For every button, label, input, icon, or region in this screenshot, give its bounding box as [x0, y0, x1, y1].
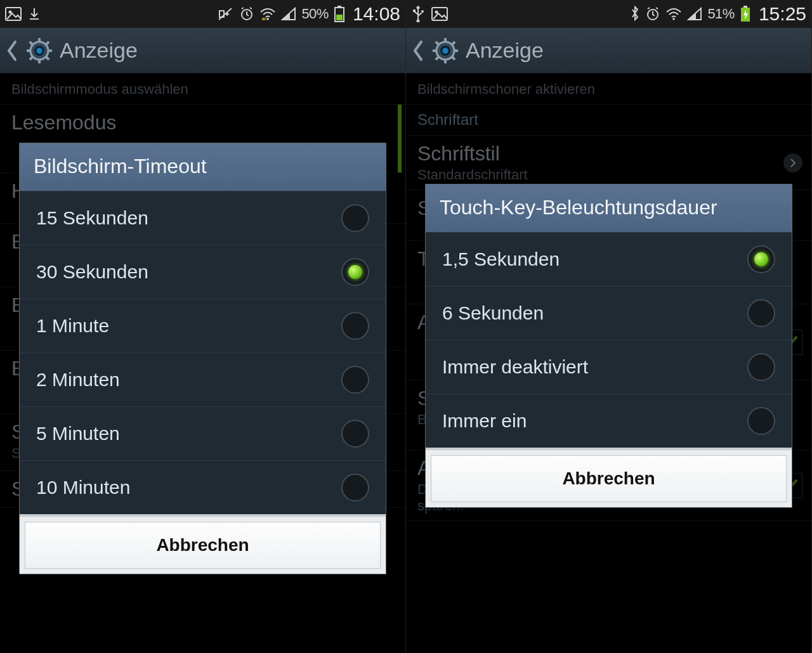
bg-row-label: Bildschirmschoner aktivieren	[417, 81, 800, 98]
battery-percent: 50%	[301, 6, 329, 22]
option-label: 30 Sekunden	[36, 261, 148, 283]
phone-screen-left: 50% 14:08 Anzeige Bildschirmmodus auswäh…	[0, 0, 406, 653]
dialog-option[interactable]: 15 Sekunden	[20, 191, 386, 245]
dialog-title: Bildschirm-Timeout	[20, 143, 386, 191]
option-label: 5 Minuten	[36, 423, 120, 444]
alarm-icon	[645, 6, 660, 22]
battery-charging-icon	[740, 6, 751, 22]
bg-section-header: Schriftart	[406, 105, 811, 136]
option-label: 10 Minuten	[36, 477, 130, 498]
dialog-option[interactable]: 1,5 Sekunden	[426, 233, 792, 287]
svg-point-28	[673, 18, 676, 20]
svg-rect-22	[413, 10, 416, 12]
status-time: 15:25	[759, 3, 806, 25]
radio-icon	[747, 353, 775, 381]
svg-rect-2	[30, 18, 39, 20]
svg-rect-38	[454, 49, 458, 52]
page-title: Anzeige	[60, 38, 138, 63]
dialog-option[interactable]: 1 Minute	[20, 299, 386, 353]
back-button[interactable]	[411, 39, 425, 62]
dialog-option[interactable]: 30 Sekunden	[20, 245, 386, 299]
toggle-on-edge	[398, 105, 402, 172]
wifi-icon	[259, 7, 276, 21]
dialog-title: Touch-Key-Beleuchtungsdauer	[426, 184, 792, 233]
svg-point-24	[417, 20, 420, 23]
bluetooth-icon	[630, 6, 640, 22]
svg-point-34	[443, 48, 449, 53]
status-bar: 51% 15:25	[406, 0, 811, 28]
radio-icon-selected	[341, 258, 369, 286]
option-label: 6 Sekunden	[442, 302, 544, 324]
radio-icon	[747, 407, 775, 435]
cancel-button[interactable]: Abbrechen	[431, 455, 787, 502]
dialog-footer: Abbrechen	[20, 514, 386, 574]
svg-point-26	[435, 11, 438, 14]
dialog-option[interactable]: 2 Minuten	[20, 353, 386, 407]
alarm-icon	[239, 6, 254, 22]
settings-gear-icon	[25, 37, 53, 65]
download-icon	[28, 7, 41, 21]
action-bar: Anzeige	[406, 28, 811, 74]
svg-point-23	[421, 10, 424, 13]
svg-rect-15	[27, 49, 30, 52]
picture-icon	[5, 7, 22, 21]
radio-icon-selected	[747, 245, 775, 273]
radio-icon	[341, 312, 369, 340]
option-label: 2 Minuten	[36, 369, 120, 391]
radio-icon	[341, 204, 369, 232]
svg-rect-36	[444, 60, 447, 63]
signal-icon	[281, 7, 296, 21]
svg-rect-29	[743, 6, 747, 8]
screen-timeout-dialog: Bildschirm-Timeout 15 Sekunden 30 Sekund…	[19, 143, 386, 574]
svg-point-1	[9, 11, 12, 14]
radio-icon	[747, 299, 775, 327]
option-label: 15 Sekunden	[36, 207, 148, 229]
option-label: Immer ein	[442, 410, 527, 432]
chevron-right-icon	[783, 153, 802, 172]
dialog-footer: Abbrechen	[426, 448, 792, 507]
status-bar: 50% 14:08	[0, 0, 405, 28]
dialog-option[interactable]: 6 Sekunden	[426, 287, 792, 340]
option-label: 1,5 Sekunden	[442, 249, 560, 270]
bg-row-title: Schriftstil	[417, 142, 800, 165]
status-time: 14:08	[353, 3, 400, 25]
dialog-option[interactable]: Immer ein	[426, 394, 792, 448]
svg-point-21	[417, 6, 420, 10]
svg-rect-16	[48, 49, 52, 52]
svg-rect-35	[444, 38, 447, 42]
usb-icon	[411, 6, 425, 22]
back-button[interactable]	[5, 39, 19, 62]
dialog-option-list: 1,5 Sekunden 6 Sekunden Immer deaktivier…	[426, 233, 792, 448]
cancel-button[interactable]: Abbrechen	[25, 522, 381, 569]
svg-point-5	[267, 18, 270, 20]
svg-point-12	[37, 48, 43, 53]
dialog-option[interactable]: Immer deaktiviert	[426, 340, 792, 394]
svg-rect-13	[38, 38, 41, 42]
svg-rect-37	[433, 49, 436, 52]
svg-rect-14	[38, 60, 41, 63]
touchkey-light-dialog: Touch-Key-Beleuchtungsdauer 1,5 Sekunden…	[425, 184, 792, 508]
page-title: Anzeige	[466, 38, 544, 63]
radio-icon	[341, 366, 369, 394]
battery-icon	[334, 6, 345, 22]
dialog-option[interactable]: 10 Minuten	[20, 461, 386, 514]
svg-rect-8	[336, 15, 343, 20]
action-bar: Anzeige	[0, 28, 405, 74]
option-label: Immer deaktiviert	[442, 356, 588, 378]
bg-row-label: Bildschirmmodus auswählen	[11, 81, 394, 98]
radio-icon	[341, 420, 369, 448]
bg-row-sub: Standardschriftart	[417, 167, 800, 183]
mute-icon	[218, 7, 234, 21]
picture-icon	[431, 7, 448, 21]
option-label: 1 Minute	[36, 315, 109, 337]
dialog-option-list: 15 Sekunden 30 Sekunden 1 Minute 2 Minut…	[20, 191, 386, 514]
phone-screen-right: 51% 15:25 Anzeige Bildschirmschoner akti…	[406, 0, 812, 653]
dialog-option[interactable]: 5 Minuten	[20, 407, 386, 461]
bg-section-label: Lesemodus	[11, 111, 394, 134]
signal-icon	[687, 7, 702, 21]
settings-gear-icon	[431, 37, 459, 65]
radio-icon	[341, 474, 369, 501]
battery-percent: 51%	[707, 6, 735, 22]
wifi-icon	[665, 7, 682, 21]
